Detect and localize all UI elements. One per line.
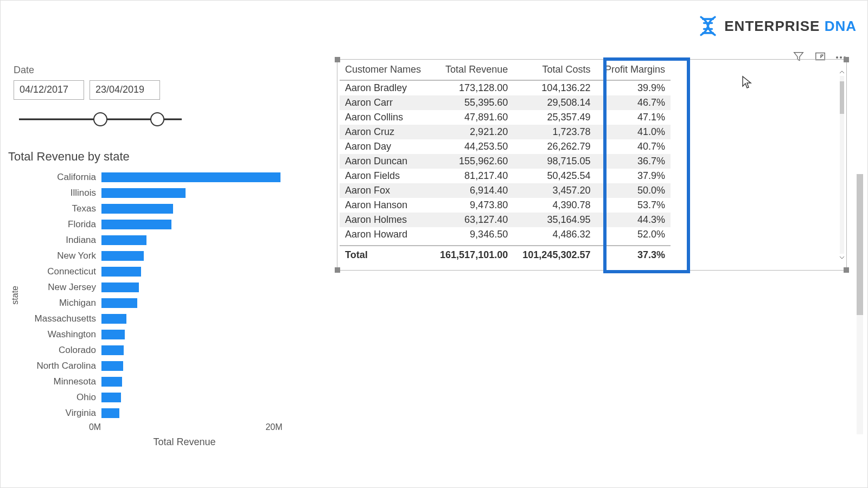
table-row[interactable]: Aaron Day44,253.5026,262.7940.7% (340, 139, 671, 154)
col-total-revenue[interactable]: Total Revenue (431, 60, 513, 80)
brand-text-1: ENTERPRISE (724, 18, 820, 34)
cell-name: Aaron Carr (340, 95, 431, 110)
table-row[interactable]: Aaron Hanson9,473.804,390.7853.7% (340, 198, 671, 213)
cell-cost: 29,508.14 (513, 95, 596, 110)
cell-pm: 39.9% (596, 80, 671, 95)
table-row[interactable]: Aaron Bradley173,128.00104,136.2239.9% (340, 80, 671, 95)
chart-bar[interactable] (101, 204, 173, 214)
chart-category-label: Minnesota (20, 376, 101, 387)
cell-cost: 3,457.20 (513, 183, 596, 198)
chart-category-label: North Carolina (20, 361, 101, 371)
table-row[interactable]: Aaron Fox6,914.403,457.2050.0% (340, 183, 671, 198)
chart-category-label: Michigan (20, 298, 101, 309)
cell-name: Aaron Bradley (340, 80, 431, 95)
chart-category-label: Colorado (20, 345, 101, 356)
cell-rev: 6,914.40 (431, 183, 513, 198)
chart-scrollbar[interactable] (857, 174, 863, 434)
revenue-by-state-chart: Total Revenue by state state CaliforniaI… (8, 150, 312, 448)
scroll-down-icon[interactable] (839, 255, 845, 260)
chart-x-tick: 20M (265, 422, 282, 432)
chart-bar-row: Indiana (20, 234, 312, 246)
total-revenue: 161,517,101.00 (431, 246, 513, 264)
chart-bar[interactable] (101, 251, 144, 261)
chart-category-label: Ohio (20, 392, 101, 403)
cell-cost: 35,164.95 (513, 213, 596, 227)
cell-name: Aaron Hanson (340, 198, 431, 213)
chart-bar[interactable] (101, 298, 137, 308)
chart-category-label: Massachusetts (20, 313, 101, 324)
chart-bar[interactable] (101, 345, 124, 355)
cell-cost: 98,715.05 (513, 154, 596, 169)
total-costs: 101,245,302.57 (513, 246, 596, 264)
chart-bar[interactable] (101, 330, 125, 339)
table-row[interactable]: Aaron Collins47,891.6025,357.4947.1% (340, 110, 671, 125)
table-scrollbar[interactable] (839, 69, 845, 260)
col-total-costs[interactable]: Total Costs (513, 60, 596, 80)
chart-bar[interactable] (101, 188, 186, 198)
cell-rev: 47,891.60 (431, 110, 513, 125)
chart-category-label: New York (20, 251, 101, 261)
chart-category-label: Florida (20, 219, 101, 230)
cell-rev: 55,395.60 (431, 95, 513, 110)
date-end-input[interactable]: 23/04/2019 (90, 80, 160, 100)
date-start-input[interactable]: 04/12/2017 (14, 80, 84, 100)
dna-icon (696, 14, 720, 38)
table-row[interactable]: Aaron Duncan155,962.6098,715.0536.7% (340, 154, 671, 169)
cell-rev: 44,253.50 (431, 139, 513, 154)
chart-bar-row: Florida (20, 219, 312, 230)
col-customer-names[interactable]: Customer Names (340, 60, 431, 80)
total-label: Total (340, 246, 431, 264)
chart-y-axis-label: state (8, 286, 20, 305)
date-slicer[interactable]: Date 04/12/2017 23/04/2019 (14, 65, 209, 127)
cell-pm: 47.1% (596, 110, 671, 125)
mouse-cursor-icon (742, 75, 752, 89)
chart-category-label: Washington (20, 329, 101, 340)
cell-cost: 25,357.49 (513, 110, 596, 125)
chart-bar[interactable] (101, 361, 123, 371)
table-row[interactable]: Aaron Fields81,217.4050,425.5437.9% (340, 169, 671, 183)
chart-bar-row: New Jersey (20, 281, 312, 293)
chart-x-axis-label: Total Revenue (95, 436, 274, 448)
table-row[interactable]: Aaron Holmes63,127.4035,164.9544.3% (340, 213, 671, 227)
customer-table: Customer Names Total Revenue Total Costs… (340, 60, 671, 264)
table-row[interactable]: Aaron Carr55,395.6029,508.1446.7% (340, 95, 671, 110)
chart-bar[interactable] (101, 172, 280, 182)
cell-pm: 41.0% (596, 125, 671, 139)
chart-bar[interactable] (101, 408, 119, 418)
chart-bar[interactable] (101, 220, 171, 229)
chart-bar[interactable] (101, 282, 139, 292)
cell-rev: 9,346.50 (431, 227, 513, 242)
chart-category-label: Indiana (20, 235, 101, 246)
total-profit-margin: 37.3% (596, 246, 671, 264)
cell-cost: 4,486.32 (513, 227, 596, 242)
cell-name: Aaron Cruz (340, 125, 431, 139)
slider-handle-end[interactable] (150, 112, 164, 126)
chart-bar-row: North Carolina (20, 360, 312, 372)
cell-pm: 52.0% (596, 227, 671, 242)
cell-cost: 4,390.78 (513, 198, 596, 213)
date-range-slider[interactable] (19, 112, 182, 127)
chart-bar-row: Ohio (20, 391, 312, 403)
chart-bar[interactable] (101, 377, 122, 387)
cell-pm: 53.7% (596, 198, 671, 213)
customer-table-visual[interactable]: Customer Names Total Revenue Total Costs… (337, 59, 847, 271)
cell-name: Aaron Collins (340, 110, 431, 125)
table-row[interactable]: Aaron Howard9,346.504,486.3252.0% (340, 227, 671, 242)
cell-pm: 37.9% (596, 169, 671, 183)
slider-handle-start[interactable] (93, 112, 107, 126)
chart-bar[interactable] (101, 314, 126, 324)
chart-bar-row: California (20, 171, 312, 183)
chart-bar-row: Minnesota (20, 376, 312, 388)
cell-rev: 81,217.40 (431, 169, 513, 183)
chart-bar-row: Connecticut (20, 266, 312, 278)
table-row[interactable]: Aaron Cruz2,921.201,723.7841.0% (340, 125, 671, 139)
chart-bar[interactable] (101, 235, 146, 245)
scroll-up-icon[interactable] (839, 69, 845, 75)
cell-rev: 155,962.60 (431, 154, 513, 169)
brand-logo: ENTERPRISE DNA (696, 14, 857, 38)
chart-bar[interactable] (101, 393, 121, 402)
cell-name: Aaron Holmes (340, 213, 431, 227)
col-profit-margins[interactable]: Profit Margins (596, 60, 671, 80)
cell-rev: 9,473.80 (431, 198, 513, 213)
chart-bar[interactable] (101, 267, 141, 277)
